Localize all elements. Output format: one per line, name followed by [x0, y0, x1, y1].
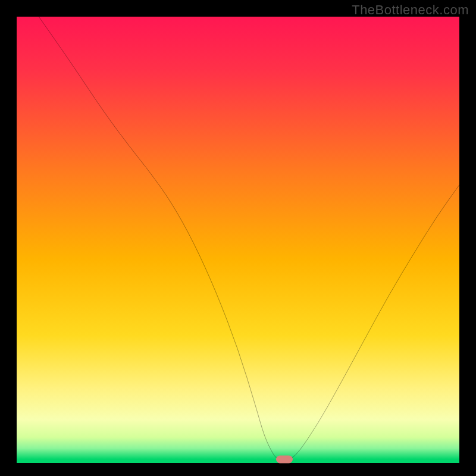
baseline-bar — [17, 459, 459, 463]
frame-top-border — [0, 0, 476, 1]
plot-svg — [17, 17, 459, 459]
optimal-marker — [276, 456, 293, 464]
plot-area — [17, 17, 459, 459]
chart-frame: TheBottleneck.com — [0, 0, 476, 476]
gradient-background — [17, 17, 459, 459]
watermark-text: TheBottleneck.com — [352, 2, 469, 18]
